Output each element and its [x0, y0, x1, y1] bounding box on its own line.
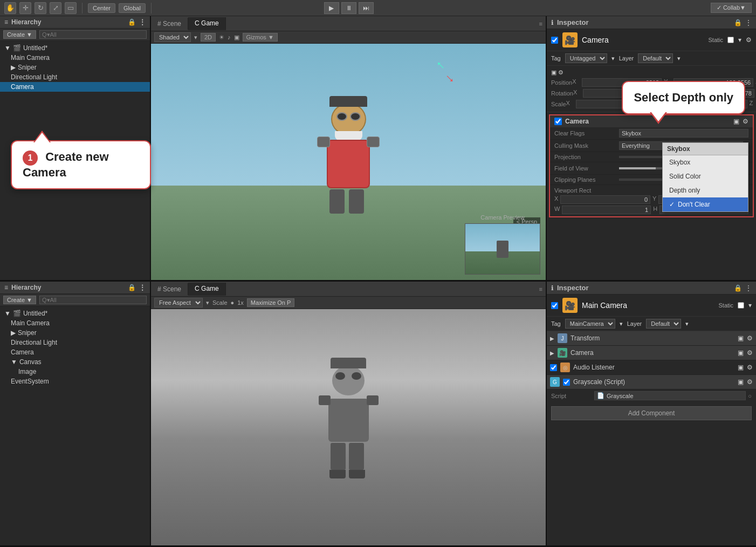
- top-inspector-obj-name: Camera: [582, 36, 704, 44]
- audio-icon[interactable]: ♪: [228, 34, 231, 40]
- rotate-tool-icon[interactable]: ↻: [35, 2, 46, 14]
- shading-select[interactable]: Shaded: [154, 32, 191, 42]
- scale-slider[interactable]: ●: [231, 299, 235, 306]
- bottom-more-icon: ⋮: [139, 284, 146, 291]
- bottom-info-icon: ℹ: [551, 284, 554, 292]
- move-tool-icon[interactable]: ✛: [19, 2, 31, 14]
- bottom-static-checkbox[interactable]: [738, 302, 744, 309]
- bottom-item-canvas[interactable]: ▼ Canvas: [0, 357, 150, 367]
- bottom-item-camera[interactable]: Camera: [0, 347, 150, 357]
- settings-icon[interactable]: ⚙: [746, 36, 752, 44]
- bottom-camera-comp-icon1: ▣: [738, 349, 744, 357]
- hierarchy-item-directional-light[interactable]: Directional Light: [0, 72, 150, 82]
- hierarchy-item-camera[interactable]: Camera: [0, 82, 150, 92]
- bottom-layer-select[interactable]: Default: [646, 319, 681, 329]
- scene-tab[interactable]: # Scene: [151, 18, 188, 30]
- bottom-scene-tab[interactable]: # Scene: [151, 283, 188, 295]
- bottom-tag-arrow[interactable]: ▾: [620, 320, 623, 327]
- camera-arrow[interactable]: ▶: [550, 350, 554, 356]
- vr-w-input[interactable]: [562, 206, 651, 214]
- vr-x-input[interactable]: [560, 195, 650, 204]
- dropdown-item-depth-only[interactable]: Depth only: [663, 183, 748, 197]
- gizmos-btn[interactable]: Gizmos ▼: [243, 33, 278, 42]
- twod-btn[interactable]: 2D: [201, 33, 216, 42]
- create-button[interactable]: Create ▼: [3, 30, 36, 39]
- bottom-static-arrow[interactable]: ▾: [748, 302, 752, 309]
- tag-select[interactable]: Untagged: [565, 53, 607, 63]
- goggle-right: [350, 112, 361, 121]
- viewport-rect-label: Viewport Rect: [554, 187, 591, 194]
- bottom-layer-arrow[interactable]: ▾: [685, 320, 689, 327]
- bottom-tag-select[interactable]: MainCamera: [565, 319, 615, 329]
- dropdown-item-skybox[interactable]: Skybox: [663, 155, 748, 169]
- step-button[interactable]: ⏭: [359, 2, 374, 14]
- bottom-inspector-header-actions: 🔒 ⋮: [734, 284, 752, 292]
- obj-icon: 🎥: [562, 32, 578, 47]
- hierarchy-menu-icon: ≡: [4, 18, 8, 26]
- bottom-item-sniper[interactable]: ▶ Sniper: [0, 328, 150, 338]
- clear-flags-value[interactable]: Skybox: [619, 129, 748, 138]
- script-link-icon[interactable]: ○: [748, 393, 752, 399]
- bottom-game-tab[interactable]: C Game: [188, 283, 226, 296]
- pause-button[interactable]: ⏸: [341, 2, 356, 14]
- obj-active-checkbox[interactable]: [551, 37, 558, 44]
- audio-comp-icon2: ⚙: [747, 364, 753, 371]
- grayscale-checkbox[interactable]: [563, 379, 570, 386]
- gray-shoulder-r: [367, 395, 379, 405]
- dropdown-item-solid-color[interactable]: Solid Color: [663, 169, 748, 183]
- hierarchy-search-input[interactable]: [39, 30, 147, 39]
- vr-y-label: Y: [652, 195, 656, 204]
- maximize-button[interactable]: Maximize On P: [247, 298, 295, 307]
- bottom-create-button[interactable]: Create ▼: [3, 296, 36, 304]
- game-tab[interactable]: C Game: [188, 17, 226, 30]
- separator-2: [151, 3, 152, 13]
- viewport-menu-icon[interactable]: ≡: [536, 20, 546, 27]
- scale-label: Scale: [551, 101, 566, 107]
- fov-label: Field of View: [554, 165, 619, 172]
- item-label: EventSystem: [11, 378, 49, 385]
- hierarchy-item-sniper[interactable]: ▶ Sniper: [0, 63, 150, 72]
- transform-comp-icon1: ▣: [738, 334, 744, 342]
- bottom-item-directional-light[interactable]: Directional Light: [0, 338, 150, 347]
- transform-comp-label: Transform: [571, 334, 734, 342]
- fx-icon[interactable]: ▣: [234, 34, 239, 41]
- layer-select[interactable]: Default: [638, 53, 673, 63]
- lighting-icon[interactable]: ☀: [219, 34, 224, 41]
- bottom-obj-checkbox[interactable]: [551, 302, 558, 309]
- transform-arrow[interactable]: ▶: [550, 336, 554, 341]
- layer-arrow[interactable]: ▾: [677, 55, 681, 62]
- aspect-select[interactable]: Free Aspect: [154, 298, 203, 307]
- bottom-item-untitled[interactable]: ▼ 🎬 Untitled*: [0, 309, 150, 318]
- camera-preview-box: Camera Preview: [465, 223, 540, 275]
- viewport-menu-icon-2[interactable]: ≡: [536, 286, 546, 292]
- center-button[interactable]: Center: [88, 3, 115, 13]
- audio-comp-icon1: ▣: [738, 364, 744, 371]
- grayscale-comp-label: Grayscale (Script): [573, 378, 734, 386]
- item-label: Directional Light: [11, 73, 57, 81]
- global-button[interactable]: Global: [119, 3, 146, 13]
- dropdown-item-dont-clear[interactable]: ✓ Don't Clear: [663, 197, 748, 211]
- add-component-button[interactable]: Add Component: [551, 406, 752, 420]
- rect-tool-icon[interactable]: ▭: [65, 2, 77, 14]
- audio-comp-checkbox[interactable]: [550, 364, 557, 371]
- static-arrow[interactable]: ▾: [738, 36, 741, 44]
- hierarchy-item-untitled[interactable]: ▼ 🎬 Untitled*: [0, 43, 150, 53]
- item-label: Solid Color: [669, 173, 701, 180]
- bottom-hierarchy-search[interactable]: [39, 296, 147, 304]
- play-button[interactable]: ▶: [324, 2, 339, 14]
- aspect-arrow[interactable]: ▾: [206, 299, 209, 306]
- hierarchy-item-main-camera[interactable]: Main Camera: [0, 53, 150, 63]
- scale-tool-icon[interactable]: ⤢: [50, 2, 61, 14]
- bottom-item-main-camera[interactable]: Main Camera: [0, 318, 150, 328]
- bottom-item-eventsystem[interactable]: EventSystem: [0, 377, 150, 386]
- script-value[interactable]: 📄 Grayscale: [594, 391, 746, 400]
- static-checkbox[interactable]: [727, 37, 734, 43]
- camera-comp-checkbox[interactable]: [554, 118, 562, 125]
- hand-tool-icon[interactable]: ✋: [4, 2, 16, 14]
- gray-shoulder-l: [319, 395, 331, 405]
- bottom-item-image[interactable]: Image: [0, 367, 150, 377]
- collab-button[interactable]: ✓ Collab▼: [711, 3, 752, 13]
- scale-label: Scale: [212, 299, 228, 306]
- top-hierarchy-toolbar: Create ▼: [0, 29, 150, 41]
- mini-character: [497, 241, 508, 258]
